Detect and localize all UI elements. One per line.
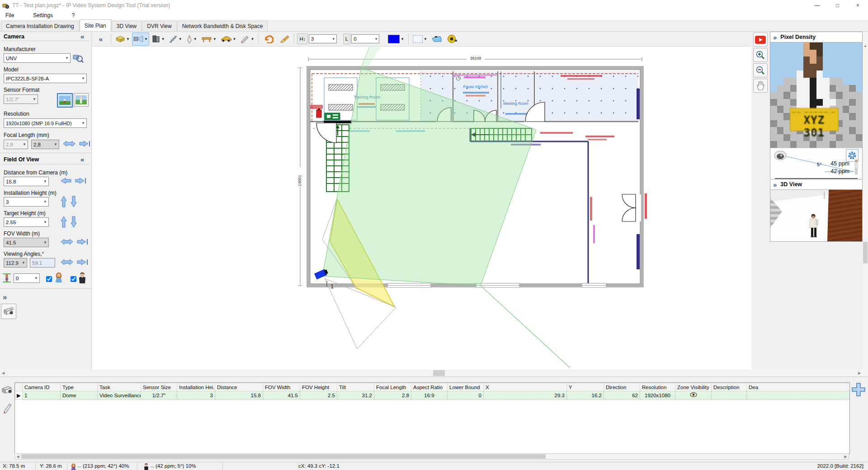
table-cell[interactable]: 1920x1080 <box>640 391 675 400</box>
person-count-select[interactable]: 0▼ <box>14 273 40 283</box>
video-help-button[interactable] <box>753 33 768 47</box>
column-header[interactable]: Sensor Size <box>141 383 177 391</box>
camera-height-select[interactable]: 3▼ <box>309 34 337 43</box>
table-cell[interactable] <box>747 391 850 400</box>
table-row[interactable]: ▶1DomeVideo Surveillance1/2.7"315.841.52… <box>15 391 850 400</box>
zoom-out-button[interactable] <box>753 63 768 77</box>
camera-list-tab-button[interactable] <box>1 382 14 397</box>
search-camera-button[interactable] <box>72 52 84 65</box>
camera-table[interactable]: Camera IDTypeTaskSensor SizeInstallation… <box>15 383 850 400</box>
row-selector[interactable]: ▶ <box>15 391 23 400</box>
column-header[interactable]: Dea <box>747 383 850 391</box>
table-cell[interactable]: 41.5 <box>263 391 300 400</box>
table-scroll-right-icon[interactable]: ▶ <box>843 454 849 459</box>
column-header[interactable]: Distance <box>215 383 263 391</box>
fov-section-collapse-icon[interactable]: « <box>80 155 84 163</box>
table-cell[interactable]: 3 <box>177 391 215 400</box>
panel-expand-icon-2[interactable]: » <box>773 181 777 188</box>
table-cell[interactable]: 1 <box>23 391 61 400</box>
column-header[interactable]: Focal Length <box>374 383 411 391</box>
table-tool-button[interactable]: ▼ <box>200 33 218 46</box>
scroll-left-icon[interactable]: ◀ <box>0 370 6 376</box>
person-tool-button[interactable]: ▼ <box>184 33 199 46</box>
table-scroll-left-icon[interactable]: ◀ <box>15 454 21 459</box>
fov-width-arrows[interactable] <box>60 238 88 247</box>
tape-measure-button[interactable] <box>445 33 459 46</box>
view-mode-tele-button[interactable] <box>74 93 89 107</box>
column-header[interactable]: Zone Visibility <box>675 383 712 391</box>
scroll-up-icon[interactable]: ▲ <box>863 42 868 49</box>
view-mode-wide-button[interactable] <box>57 93 73 108</box>
viewing-angle-h-select[interactable]: 112.9▼ <box>4 258 27 268</box>
table-cell[interactable]: 2.5 <box>300 391 337 400</box>
column-header[interactable]: Y <box>567 383 604 391</box>
main-vscrollbar[interactable]: ▲ <box>863 32 868 376</box>
3d-view-header[interactable]: » 3D View <box>770 179 862 190</box>
tab-3d-view[interactable]: 3D View <box>112 21 142 31</box>
annotation-tab-button[interactable] <box>1 400 14 415</box>
table-cell[interactable]: 31.2 <box>337 391 374 400</box>
focal-length-select[interactable]: 2.8▼ <box>4 140 28 149</box>
table-cell[interactable] <box>712 391 747 400</box>
tab-network-bandwidth[interactable]: Network Bandwidth & Disk Space <box>177 21 268 31</box>
lower-bound-select[interactable]: 0▼ <box>351 34 379 43</box>
column-header[interactable]: Aspect Ratio <box>411 383 448 391</box>
table-cell[interactable]: 29.3 <box>484 391 567 400</box>
pan-button[interactable] <box>753 79 768 93</box>
pixel-density-header[interactable]: » Pixel Density <box>770 32 862 42</box>
selection-tool-button[interactable]: ▼ <box>411 33 429 46</box>
distance-select[interactable]: 15.8▼ <box>4 177 49 186</box>
vscroll-thumb[interactable] <box>863 242 868 263</box>
focal-length-select2[interactable]: 2,8▼ <box>31 140 59 149</box>
tab-dvr-view[interactable]: DVR View <box>142 21 176 31</box>
add-camera-button[interactable] <box>852 381 865 400</box>
close-button[interactable]: × <box>848 0 868 11</box>
3d-camera-button[interactable] <box>429 33 444 46</box>
minimize-button[interactable]: — <box>807 0 827 11</box>
menu-help[interactable]: ? <box>66 12 80 19</box>
install-height-arrows[interactable] <box>60 195 77 209</box>
column-header[interactable]: Description <box>712 383 747 391</box>
table-cell[interactable]: 16:9 <box>411 391 448 400</box>
lower-bound-button[interactable]: L <box>343 33 350 44</box>
measure-tool-button[interactable]: ▼ <box>239 33 256 46</box>
tab-site-plan[interactable]: Site Plan <box>80 19 111 31</box>
camera-section-collapse-icon[interactable]: « <box>80 33 84 40</box>
collapse-panel-button[interactable]: « <box>94 33 108 46</box>
column-header[interactable]: Type <box>61 383 98 391</box>
hscroll-thumb[interactable] <box>433 370 445 376</box>
menu-settings[interactable]: Settings <box>28 12 58 19</box>
model-select[interactable]: IPC322LB-SF28-A▼ <box>4 74 87 83</box>
stairs-tool-button[interactable]: ▼ <box>167 33 184 46</box>
distance-arrows[interactable] <box>60 177 86 186</box>
wall-tool-button[interactable]: ▼ <box>150 33 166 46</box>
manufacturer-select[interactable]: UNV▼ <box>4 53 71 63</box>
expand-more-icon[interactable]: » <box>3 293 7 302</box>
zone-visibility-cell[interactable] <box>675 391 712 400</box>
show-woman-checkbox[interactable] <box>46 276 52 282</box>
show-man-checkbox[interactable] <box>71 276 76 282</box>
column-header[interactable]: Lower Bound <box>448 383 484 391</box>
menu-file[interactable]: File <box>0 12 19 19</box>
canvas-hscrollbar[interactable]: ◀ ▶ <box>0 370 863 376</box>
table-cell[interactable]: 16.2 <box>567 391 604 400</box>
table-hscroll-thumb[interactable] <box>21 454 546 459</box>
viewing-angle-v-field[interactable]: 59.1 <box>30 258 55 268</box>
zoom-in-button[interactable] <box>753 48 768 62</box>
table-cell[interactable]: 62 <box>604 391 640 400</box>
table-cell[interactable]: 0 <box>448 391 484 400</box>
column-header[interactable]: FOV Height <box>300 383 337 391</box>
scroll-right-icon[interactable]: ▶ <box>856 370 863 376</box>
column-header[interactable]: Task <box>98 383 141 391</box>
sensor-format-select[interactable]: 1/2.7"▼ <box>4 94 38 104</box>
undo-button[interactable] <box>261 33 276 46</box>
focal-arrows[interactable] <box>62 140 90 149</box>
column-header[interactable]: Installation Hei... <box>177 383 215 391</box>
table-cell[interactable]: Dome <box>61 391 98 400</box>
panel-expand-icon[interactable]: » <box>773 33 777 41</box>
camera-list-button[interactable] <box>1 304 16 319</box>
site-plan-canvas[interactable]: 38248 19051 <box>92 47 751 370</box>
height-mode-button[interactable]: H↕ <box>297 33 307 44</box>
column-header[interactable]: X <box>484 383 567 391</box>
install-height-select[interactable]: 3▼ <box>4 197 49 207</box>
